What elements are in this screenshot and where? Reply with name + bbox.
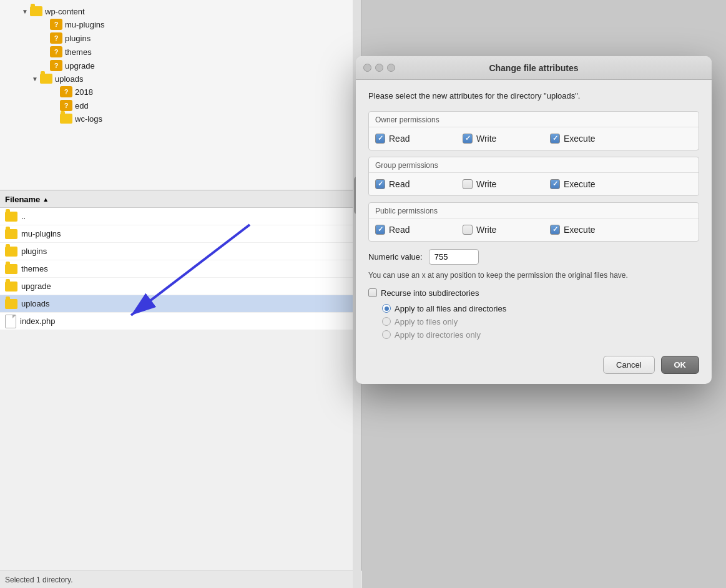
traffic-lights bbox=[363, 64, 395, 72]
tree-item-wc-logs[interactable]: wc-logs bbox=[0, 112, 361, 125]
recurse-checkbox[interactable] bbox=[368, 288, 377, 297]
numeric-input[interactable] bbox=[429, 249, 479, 265]
file-list-panel: Filename ▲ .. mu-plugins plugins themes bbox=[0, 190, 361, 330]
apply-all-label: Apply to all files and directories bbox=[395, 304, 506, 313]
folder-icon-list-upgrade bbox=[5, 282, 17, 292]
tree-arrow-uploads: ▼ bbox=[30, 76, 40, 82]
close-button[interactable] bbox=[363, 64, 371, 72]
apply-dirs-radio[interactable] bbox=[382, 330, 391, 339]
tree-label-uploads: uploads bbox=[55, 74, 84, 84]
dialog-body: Please select the new attributes for the… bbox=[356, 80, 712, 350]
tree-item-edd[interactable]: ? edd bbox=[0, 99, 361, 112]
recurse-label: Recurse into subdirectories bbox=[381, 288, 479, 298]
status-bar: Selected 1 directory. bbox=[0, 571, 362, 588]
group-read-checkbox[interactable] bbox=[375, 179, 385, 189]
owner-write-item[interactable]: Write bbox=[463, 134, 525, 144]
owner-read-checkbox[interactable] bbox=[375, 134, 385, 144]
public-read-checkbox[interactable] bbox=[375, 225, 385, 235]
group-permissions-row: Read Write Execute bbox=[369, 173, 699, 195]
file-list-header: Filename ▲ bbox=[0, 190, 361, 208]
filename-column-header: Filename bbox=[5, 195, 40, 204]
apply-all-option[interactable]: Apply to all files and directories bbox=[382, 304, 699, 313]
group-execute-checkbox[interactable] bbox=[550, 179, 560, 189]
group-read-label: Read bbox=[389, 179, 410, 189]
folder-icon-list-themes bbox=[5, 264, 17, 274]
file-row-index-php[interactable]: index.php bbox=[0, 313, 361, 330]
public-read-item[interactable]: Read bbox=[375, 225, 438, 235]
apply-options-group: Apply to all files and directories Apply… bbox=[382, 304, 699, 340]
tree-label-wc-logs: wc-logs bbox=[75, 114, 102, 124]
question-icon-plugins: ? bbox=[50, 32, 62, 44]
minimize-button[interactable] bbox=[375, 64, 383, 72]
apply-dirs-option[interactable]: Apply to directories only bbox=[382, 330, 699, 340]
folder-icon-wp-content bbox=[30, 6, 42, 16]
tree-label-edd: edd bbox=[75, 101, 89, 110]
group-execute-item[interactable]: Execute bbox=[550, 179, 612, 189]
dialog-titlebar: Change file attributes bbox=[356, 56, 712, 80]
file-label-dotdot: .. bbox=[21, 212, 26, 221]
status-text: Selected 1 directory. bbox=[5, 576, 73, 584]
file-label-upgrade: upgrade bbox=[21, 282, 51, 291]
file-row-themes[interactable]: themes bbox=[0, 260, 361, 278]
tree-panel: ▼ wp-content ? mu-plugins ? plugins ? th… bbox=[0, 0, 361, 190]
tree-label-plugins: plugins bbox=[65, 34, 91, 43]
apply-files-option[interactable]: Apply to files only bbox=[382, 317, 699, 326]
owner-write-checkbox[interactable] bbox=[463, 134, 473, 144]
question-icon-edd: ? bbox=[60, 100, 72, 111]
group-permissions-section: Group permissions Read Write Execute bbox=[368, 157, 699, 196]
tree-item-themes[interactable]: ? themes bbox=[0, 45, 361, 59]
folder-icon-list-mu-plugins bbox=[5, 229, 17, 239]
tree-label-mu-plugins: mu-plugins bbox=[65, 20, 105, 29]
group-read-item[interactable]: Read bbox=[375, 179, 438, 189]
question-icon-themes: ? bbox=[50, 46, 62, 57]
tree-item-plugins[interactable]: ? plugins bbox=[0, 31, 361, 45]
tree-item-2018[interactable]: ? 2018 bbox=[0, 85, 361, 99]
public-write-label: Write bbox=[476, 225, 496, 235]
owner-execute-item[interactable]: Execute bbox=[550, 134, 612, 144]
public-write-item[interactable]: Write bbox=[463, 225, 525, 235]
public-execute-item[interactable]: Execute bbox=[550, 225, 612, 235]
file-row-mu-plugins[interactable]: mu-plugins bbox=[0, 225, 361, 243]
apply-files-radio[interactable] bbox=[382, 317, 391, 326]
cancel-button[interactable]: Cancel bbox=[603, 356, 654, 374]
change-file-attributes-dialog: Change file attributes Please select the… bbox=[356, 56, 712, 384]
file-label-themes: themes bbox=[21, 264, 48, 273]
owner-read-item[interactable]: Read bbox=[375, 134, 438, 144]
file-row-upgrade[interactable]: upgrade bbox=[0, 278, 361, 295]
file-row-uploads[interactable]: uploads bbox=[0, 295, 361, 313]
ok-button[interactable]: OK bbox=[661, 356, 700, 374]
dialog-title: Change file attributes bbox=[363, 63, 704, 73]
tree-arrow-wp-content: ▼ bbox=[20, 8, 30, 15]
apply-dirs-label: Apply to directories only bbox=[395, 330, 481, 340]
apply-files-label: Apply to files only bbox=[395, 317, 458, 326]
question-icon-mu-plugins: ? bbox=[50, 19, 62, 30]
owner-execute-label: Execute bbox=[564, 134, 596, 144]
public-execute-checkbox[interactable] bbox=[550, 225, 560, 235]
file-label-plugins: plugins bbox=[21, 247, 47, 256]
tree-item-wp-content[interactable]: ▼ wp-content bbox=[0, 5, 361, 17]
tree-label-wp-content: wp-content bbox=[45, 7, 85, 16]
owner-read-label: Read bbox=[389, 134, 410, 144]
file-label-index-php: index.php bbox=[20, 316, 55, 326]
file-label-mu-plugins: mu-plugins bbox=[21, 229, 61, 238]
numeric-label: Numeric value: bbox=[368, 252, 423, 262]
owner-permissions-row: Read Write Execute bbox=[369, 127, 699, 150]
tree-item-mu-plugins[interactable]: ? mu-plugins bbox=[0, 17, 361, 31]
public-write-checkbox[interactable] bbox=[463, 225, 473, 235]
file-row-plugins[interactable]: plugins bbox=[0, 243, 361, 260]
maximize-button[interactable] bbox=[387, 64, 395, 72]
file-row-dotdot[interactable]: .. bbox=[0, 208, 361, 225]
group-write-checkbox[interactable] bbox=[463, 179, 473, 189]
file-icon-index-php bbox=[5, 315, 16, 328]
apply-all-radio[interactable] bbox=[382, 304, 391, 313]
numeric-value-row: Numeric value: bbox=[368, 249, 699, 265]
public-execute-label: Execute bbox=[564, 225, 596, 235]
group-permissions-label: Group permissions bbox=[369, 157, 699, 173]
owner-execute-checkbox[interactable] bbox=[550, 134, 560, 144]
tree-item-upgrade[interactable]: ? upgrade bbox=[0, 59, 361, 72]
group-write-item[interactable]: Write bbox=[463, 179, 525, 189]
tree-label-themes: themes bbox=[65, 47, 92, 57]
tree-item-uploads[interactable]: ▼ uploads bbox=[0, 72, 361, 85]
public-permissions-section: Public permissions Read Write Execute bbox=[368, 202, 699, 242]
tree-label-upgrade: upgrade bbox=[65, 61, 95, 71]
